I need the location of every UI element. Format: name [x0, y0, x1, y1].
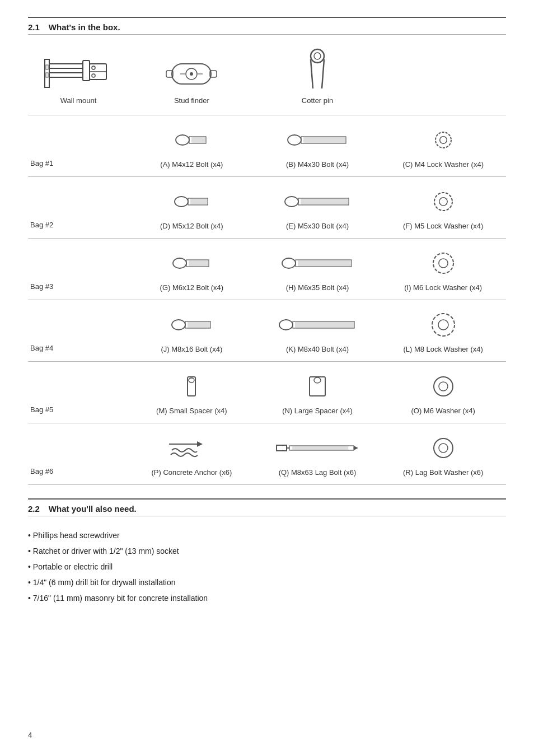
bag4-item3-icon — [428, 308, 459, 342]
svg-point-52 — [439, 198, 447, 206]
bag5-item2-icon — [301, 370, 334, 403]
cotter-pin-label: Cotter pin — [302, 96, 333, 105]
bag5-item3-cell: (O) M6 Washer (x4) — [380, 367, 506, 417]
section-21-num: 2.1 — [28, 22, 40, 32]
tool-item-5: 7/16" (11 mm) masonry bit for concrete i… — [28, 590, 506, 606]
section-22-num: 2.2 — [28, 504, 40, 514]
bag4-item1-label: (J) M8x16 Bolt (x4) — [161, 345, 222, 353]
svg-rect-93 — [277, 445, 287, 451]
bag1-item2-cell: (B) M4x30 Bolt (x4) — [255, 121, 381, 171]
svg-point-60 — [282, 258, 296, 268]
svg-point-12 — [190, 72, 193, 76]
bag-row-5: Bag #5 (M) Small Spacer (x4) (N) Large S… — [28, 362, 506, 423]
bag5-item1-cell: (M) Small Spacer (x4) — [129, 367, 255, 417]
svg-point-37 — [175, 197, 188, 207]
bag6-item3-label: (R) Lag Bolt Washer (x6) — [403, 468, 483, 477]
svg-point-53 — [173, 258, 186, 268]
bag4-item1-cell: (J) M8x16 Bolt (x4) — [129, 306, 255, 356]
bag4-item2-icon — [278, 308, 357, 342]
bag4-item1-icon — [171, 308, 213, 342]
bag2-item1-icon — [174, 185, 210, 218]
bag-label-4: Bag #4 — [28, 344, 129, 356]
section-21-header: 2.1 What's in the box. — [28, 17, 506, 35]
svg-rect-0 — [45, 59, 49, 87]
bag-row-1: Bag #1 (A) M4x12 Bolt (x4) (B) M4x30 Bol… — [28, 115, 506, 177]
bag4-item3-cell: (L) M8 Lock Washer (x4) — [380, 306, 506, 356]
svg-point-90 — [439, 382, 448, 391]
section-22: 2.2 What you'll also need. Phillips head… — [28, 498, 506, 612]
bag2-item1-cell: (D) M5x12 Bolt (x4) — [129, 183, 255, 232]
bag4-item2-cell: (K) M8x40 Bolt (x4) — [255, 306, 381, 356]
svg-marker-100 — [354, 446, 358, 450]
bag3-item2-icon — [281, 246, 354, 280]
svg-point-84 — [438, 320, 448, 330]
section-22-title: What you'll also need. — [49, 504, 137, 514]
bags-container: Bag #1 (A) M4x12 Bolt (x4) (B) M4x30 Bol… — [28, 115, 506, 485]
bag2-item2-cell: (E) M5x30 Bolt (x4) — [255, 183, 381, 232]
bag3-item3-cell: (I) M6 Lock Washer (x4) — [380, 244, 506, 294]
bag4-item2-label: (K) M8x40 Bolt (x4) — [286, 345, 349, 353]
bag-row-6: Bag #6 (P) Concrete Anchor (x6) (Q) M8x6… — [28, 423, 506, 485]
svg-marker-92 — [197, 441, 203, 447]
svg-point-51 — [434, 193, 452, 211]
stud-finder-icon — [163, 54, 219, 93]
bag2-item2-label: (E) M5x30 Bolt (x4) — [286, 222, 349, 230]
bag3-item3-icon — [429, 246, 458, 280]
bag-row-3: Bag #3 (G) M6x12 Bolt (x4) (H) M6x35 Bol… — [28, 239, 506, 300]
bag2-item3-icon — [430, 185, 457, 218]
bag2-item3-label: (F) M5 Lock Washer (x4) — [403, 222, 483, 230]
empty-header-cell — [380, 102, 506, 107]
svg-line-20 — [322, 59, 324, 88]
bag1-item3-icon — [431, 123, 456, 157]
cotter-pin-icon — [301, 48, 334, 93]
stud-finder-cell: Stud finder — [129, 52, 255, 107]
svg-point-69 — [172, 320, 185, 330]
bag5-item2-label: (N) Large Spacer (x4) — [282, 407, 353, 415]
bag3-item2-cell: (H) M6x35 Bolt (x4) — [255, 244, 381, 294]
bag6-item1-cell: (P) Concrete Anchor (x6) — [129, 429, 255, 479]
bag5-item2-cell: (N) Large Spacer (x4) — [255, 367, 381, 417]
svg-point-17 — [311, 49, 324, 63]
svg-point-88 — [314, 377, 321, 383]
stud-finder-label: Stud finder — [174, 96, 209, 105]
bag-row-4: Bag #4 (J) M8x16 Bolt (x4) (K) M8x40 Bol… — [28, 300, 506, 362]
svg-point-36 — [439, 137, 447, 144]
svg-rect-2 — [49, 73, 83, 77]
svg-point-101 — [434, 438, 453, 458]
tool-item-4: 1/4" (6 mm) drill bit for drywall instal… — [28, 575, 506, 590]
bag1-item1-label: (A) M4x12 Bolt (x4) — [160, 160, 223, 169]
tool-item-3: Portable or electric drill — [28, 559, 506, 575]
bag6-item3-icon — [432, 431, 455, 465]
wall-mount-cell: Wall mount — [28, 46, 129, 107]
bag6-item2-label: (Q) M8x63 Lag Bolt (x6) — [279, 468, 357, 477]
bag-label-3: Bag #3 — [28, 282, 129, 294]
page-number: 4 — [28, 731, 32, 739]
svg-point-76 — [279, 320, 293, 330]
bag-label-2: Bag #2 — [28, 221, 129, 232]
bag5-item3-icon — [432, 370, 455, 403]
bag3-item1-cell: (G) M6x12 Bolt (x4) — [129, 244, 255, 294]
tools-list: Phillips head screwdriverRatchet or driv… — [28, 522, 506, 612]
svg-point-86 — [189, 378, 194, 382]
bag1-item3-cell: (C) M4 Lock Washer (x4) — [380, 121, 506, 171]
bag5-item1-icon — [177, 370, 205, 403]
bag6-item2-cell: (Q) M8x63 Lag Bolt (x6) — [255, 429, 381, 479]
svg-point-44 — [285, 197, 298, 207]
bag3-item1-label: (G) M6x12 Bolt (x4) — [160, 283, 223, 292]
svg-point-102 — [439, 444, 448, 452]
bag3-item2-label: (H) M6x35 Bolt (x4) — [286, 283, 349, 292]
bag-label-1: Bag #1 — [28, 159, 129, 171]
svg-point-9 — [92, 74, 95, 77]
tool-item-1: Phillips head screwdriver — [28, 528, 506, 543]
bag5-item3-label: (O) M6 Washer (x4) — [411, 407, 475, 415]
bag6-item1-label: (P) Concrete Anchor (x6) — [151, 468, 232, 477]
bag5-item1-label: (M) Small Spacer (x4) — [156, 407, 227, 415]
svg-rect-5 — [46, 73, 48, 77]
bag1-item2-label: (B) M4x30 Bolt (x4) — [286, 160, 349, 169]
bag4-item3-label: (L) M8 Lock Washer (x4) — [403, 345, 483, 353]
svg-rect-1 — [49, 64, 83, 68]
bag-label-5: Bag #5 — [28, 405, 129, 417]
svg-point-68 — [439, 259, 448, 268]
bag1-item1-cell: (A) M4x12 Bolt (x4) — [129, 121, 255, 171]
bag6-item1-icon — [166, 431, 217, 465]
